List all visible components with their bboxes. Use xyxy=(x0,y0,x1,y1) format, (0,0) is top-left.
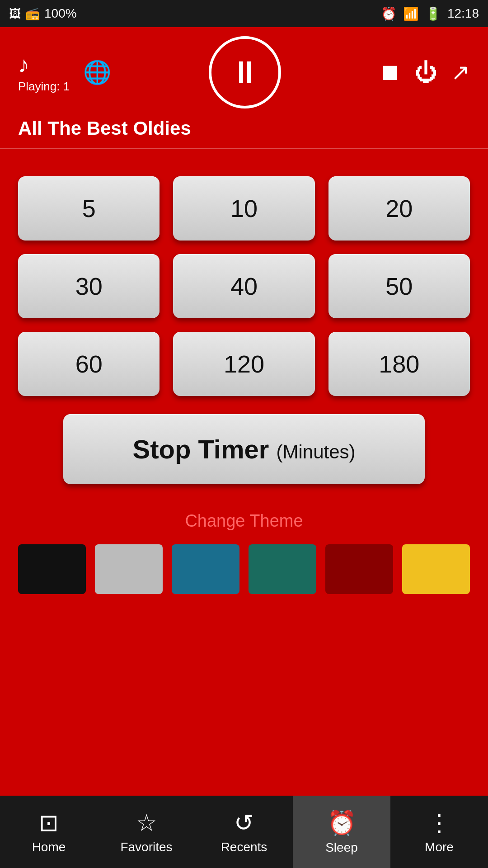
nav-more[interactable]: ⋮ More xyxy=(390,796,488,868)
nav-sleep[interactable]: ⏰ Sleep xyxy=(293,796,390,868)
timer-60[interactable]: 60 xyxy=(18,332,160,396)
home-label: Home xyxy=(32,840,66,854)
timer-grid: 5 10 20 30 40 50 60 120 180 xyxy=(18,176,470,396)
timer-10[interactable]: 10 xyxy=(173,176,314,241)
theme-colors xyxy=(18,544,470,594)
recents-icon: ↺ xyxy=(234,809,254,836)
favorites-icon: ☆ xyxy=(136,809,157,836)
status-bar: 🖼 📻 100% ⏰ 📶 🔋 12:18 xyxy=(0,0,488,27)
alarm-icon: ⏰ xyxy=(381,6,397,21)
photo-icon: 🖼 xyxy=(9,7,21,21)
more-icon: ⋮ xyxy=(427,809,451,836)
nav-recents[interactable]: ↺ Recents xyxy=(195,796,293,868)
header-left: ♪ Playing: 1 🌐 xyxy=(18,52,111,94)
theme-gray[interactable] xyxy=(95,544,163,594)
battery-icon: 🔋 xyxy=(425,6,441,21)
timer-5[interactable]: 5 xyxy=(18,176,160,241)
header-center: ⏸ xyxy=(209,36,281,108)
timer-50[interactable]: 50 xyxy=(328,254,470,318)
timer-30[interactable]: 30 xyxy=(18,254,160,318)
wifi-icon: 📶 xyxy=(403,6,419,21)
status-left: 🖼 📻 100% xyxy=(9,6,77,21)
playing-label: Playing: 1 xyxy=(18,80,70,94)
theme-teal[interactable] xyxy=(249,544,316,594)
pause-button[interactable]: ⏸ xyxy=(209,36,281,108)
pause-icon: ⏸ xyxy=(229,57,261,88)
music-icon: ♪ xyxy=(18,52,29,77)
station-title: All The Best Oldies xyxy=(18,118,191,139)
time-display: 12:18 xyxy=(447,6,479,21)
status-number: 100% xyxy=(44,6,77,21)
nav-home[interactable]: ⊡ Home xyxy=(0,796,98,868)
timer-20[interactable]: 20 xyxy=(328,176,470,241)
timer-180[interactable]: 180 xyxy=(328,332,470,396)
bottom-nav: ⊡ Home ☆ Favorites ↺ Recents ⏰ Sleep ⋮ M… xyxy=(0,796,488,868)
power-button[interactable]: ⏻ xyxy=(415,59,437,85)
recents-label: Recents xyxy=(221,840,267,854)
theme-yellow[interactable] xyxy=(402,544,470,594)
radio-icon: 📻 xyxy=(25,7,40,21)
theme-black[interactable] xyxy=(18,544,86,594)
theme-dark-red[interactable] xyxy=(325,544,393,594)
nav-favorites[interactable]: ☆ Favorites xyxy=(98,796,195,868)
theme-blue[interactable] xyxy=(172,544,239,594)
main-content: 5 10 20 30 40 50 60 120 180 Stop Timer (… xyxy=(0,149,488,796)
stop-timer-sub: (Minutes) xyxy=(276,441,355,462)
header: ♪ Playing: 1 🌐 ⏸ ⏹ ⏻ ↗ All The Best Oldi… xyxy=(0,27,488,148)
globe-icon: 🌐 xyxy=(83,59,111,85)
more-label: More xyxy=(425,840,454,854)
sleep-icon: ⏰ xyxy=(327,809,357,837)
status-right: ⏰ 📶 🔋 12:18 xyxy=(381,6,479,21)
home-icon: ⊡ xyxy=(39,809,59,836)
sleep-label: Sleep xyxy=(325,840,358,855)
favorites-label: Favorites xyxy=(120,840,172,854)
stop-timer-label: Stop Timer xyxy=(132,434,269,464)
timer-40[interactable]: 40 xyxy=(173,254,314,318)
share-button[interactable]: ↗ xyxy=(451,59,470,85)
stop-timer-button[interactable]: Stop Timer (Minutes) xyxy=(63,414,425,484)
header-right: ⏹ ⏻ ↗ xyxy=(379,59,470,85)
header-controls: ♪ Playing: 1 🌐 ⏸ ⏹ ⏻ ↗ xyxy=(18,36,470,108)
change-theme-label: Change Theme xyxy=(185,511,303,531)
music-icon-group: ♪ Playing: 1 xyxy=(18,52,70,94)
timer-120[interactable]: 120 xyxy=(173,332,314,396)
stop-button[interactable]: ⏹ xyxy=(379,59,401,85)
